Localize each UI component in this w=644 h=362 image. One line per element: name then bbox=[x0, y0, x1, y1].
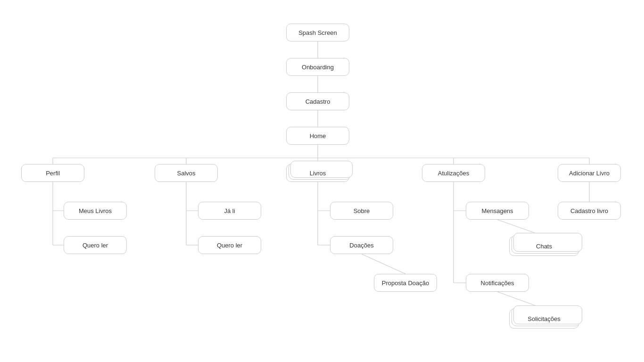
node-proposta_doacao[interactable]: Proposta Doação bbox=[374, 274, 437, 292]
node-label-splash: Spash Screen bbox=[298, 29, 337, 36]
node-label-quero_ler_perfil: Quero ler bbox=[83, 242, 108, 249]
node-atulizacoes[interactable]: Atulizações bbox=[422, 164, 485, 182]
node-label-mensagens: Mensagens bbox=[481, 207, 513, 214]
node-meus_livros[interactable]: Meus Livros bbox=[64, 202, 127, 220]
node-label-adicionar_livro: Adicionar Livro bbox=[569, 170, 610, 177]
node-cadastro_livro[interactable]: Cadastro livro bbox=[558, 202, 621, 220]
node-notificacoes[interactable]: Notificações bbox=[466, 274, 529, 292]
node-label-cadastro: Cadastro bbox=[305, 98, 330, 105]
node-quero_ler_salvos[interactable]: Quero ler bbox=[198, 236, 261, 254]
node-label-solicitacoes: Solicitações bbox=[528, 315, 560, 322]
node-doacoes[interactable]: Doações bbox=[330, 236, 393, 254]
node-label-proposta_doacao: Proposta Doação bbox=[382, 280, 429, 287]
node-chats[interactable]: Chats bbox=[509, 236, 579, 256]
node-label-perfil: Perfil bbox=[46, 170, 60, 177]
node-perfil[interactable]: Perfil bbox=[21, 164, 84, 182]
node-mensagens[interactable]: Mensagens bbox=[466, 202, 529, 220]
node-livros[interactable]: Livros bbox=[286, 164, 349, 182]
node-label-ja_li: Já li bbox=[224, 207, 235, 214]
node-salvos[interactable]: Salvos bbox=[155, 164, 218, 182]
node-label-meus_livros: Meus Livros bbox=[79, 207, 112, 214]
node-label-chats: Chats bbox=[536, 243, 552, 250]
node-label-cadastro_livro: Cadastro livro bbox=[570, 207, 608, 214]
node-label-quero_ler_salvos: Quero ler bbox=[217, 242, 242, 249]
node-adicionar_livro[interactable]: Adicionar Livro bbox=[558, 164, 621, 182]
node-label-onboarding: Onboarding bbox=[302, 64, 334, 71]
node-sobre[interactable]: Sobre bbox=[330, 202, 393, 220]
node-label-atulizacoes: Atulizações bbox=[438, 170, 469, 177]
svg-line-21 bbox=[362, 254, 405, 274]
node-onboarding[interactable]: Onboarding bbox=[286, 58, 349, 76]
node-label-livros: Livros bbox=[310, 170, 326, 177]
node-label-doacoes: Doações bbox=[349, 242, 373, 249]
node-splash[interactable]: Spash Screen bbox=[286, 24, 349, 41]
node-quero_ler_perfil[interactable]: Quero ler bbox=[64, 236, 127, 254]
node-label-salvos: Salvos bbox=[177, 170, 195, 177]
node-label-notificacoes: Notificações bbox=[481, 280, 514, 287]
node-solicitacoes[interactable]: Solicitações bbox=[509, 309, 579, 329]
diagram-container: Spash ScreenOnboardingCadastroHomePerfil… bbox=[0, 0, 644, 362]
node-cadastro[interactable]: Cadastro bbox=[286, 92, 349, 110]
node-home[interactable]: Home bbox=[286, 127, 349, 145]
node-ja_li[interactable]: Já li bbox=[198, 202, 261, 220]
node-label-home: Home bbox=[310, 132, 326, 140]
node-label-sobre: Sobre bbox=[354, 207, 370, 214]
